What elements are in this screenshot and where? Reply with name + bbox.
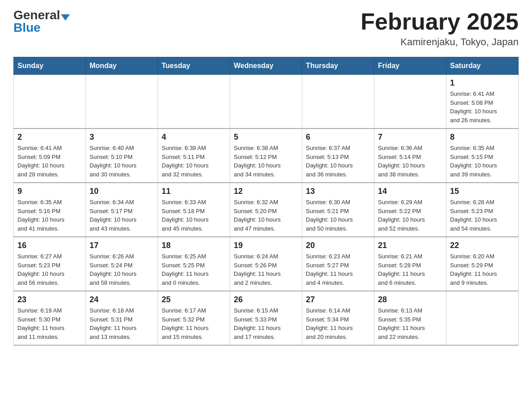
calendar-cell: 28Sunrise: 6:13 AM Sunset: 5:35 PM Dayli… [374, 291, 446, 345]
calendar-week-4: 16Sunrise: 6:27 AM Sunset: 5:23 PM Dayli… [14, 237, 519, 291]
day-info: Sunrise: 6:26 AM Sunset: 5:24 PM Dayligh… [90, 252, 154, 287]
calendar-cell [374, 75, 446, 129]
day-number: 13 [306, 187, 370, 196]
calendar-cell: 22Sunrise: 6:20 AM Sunset: 5:29 PM Dayli… [446, 237, 519, 291]
calendar-cell [230, 75, 302, 129]
calendar-cell: 14Sunrise: 6:29 AM Sunset: 5:22 PM Dayli… [374, 183, 446, 237]
day-number: 4 [162, 133, 226, 142]
day-info: Sunrise: 6:17 AM Sunset: 5:32 PM Dayligh… [162, 306, 226, 341]
calendar-cell: 12Sunrise: 6:32 AM Sunset: 5:20 PM Dayli… [230, 183, 302, 237]
day-info: Sunrise: 6:33 AM Sunset: 5:18 PM Dayligh… [162, 198, 226, 233]
day-info: Sunrise: 6:35 AM Sunset: 5:16 PM Dayligh… [17, 198, 82, 233]
logo-general-text: General [13, 8, 60, 22]
day-number: 25 [162, 295, 226, 304]
day-info: Sunrise: 6:27 AM Sunset: 5:23 PM Dayligh… [17, 252, 82, 287]
day-number: 11 [162, 187, 226, 196]
day-info: Sunrise: 6:32 AM Sunset: 5:20 PM Dayligh… [234, 198, 298, 233]
calendar-cell: 20Sunrise: 6:23 AM Sunset: 5:27 PM Dayli… [302, 237, 374, 291]
day-number: 10 [90, 187, 154, 196]
day-info: Sunrise: 6:29 AM Sunset: 5:22 PM Dayligh… [378, 198, 442, 233]
day-number: 28 [378, 295, 442, 304]
weekday-header-friday: Friday [374, 57, 446, 75]
day-info: Sunrise: 6:37 AM Sunset: 5:13 PM Dayligh… [306, 144, 370, 179]
day-info: Sunrise: 6:23 AM Sunset: 5:27 PM Dayligh… [306, 252, 370, 287]
calendar-cell: 6Sunrise: 6:37 AM Sunset: 5:13 PM Daylig… [302, 128, 374, 183]
day-number: 19 [234, 241, 298, 250]
day-info: Sunrise: 6:38 AM Sunset: 5:12 PM Dayligh… [234, 144, 298, 179]
day-info: Sunrise: 6:34 AM Sunset: 5:17 PM Dayligh… [90, 198, 154, 233]
logo-general-row: General [13, 9, 70, 21]
calendar-cell: 27Sunrise: 6:14 AM Sunset: 5:34 PM Dayli… [302, 291, 374, 345]
day-number: 2 [17, 133, 82, 142]
calendar-cell: 5Sunrise: 6:38 AM Sunset: 5:12 PM Daylig… [230, 128, 302, 183]
weekday-header-saturday: Saturday [446, 57, 519, 75]
day-info: Sunrise: 6:20 AM Sunset: 5:29 PM Dayligh… [450, 252, 515, 287]
calendar-cell: 18Sunrise: 6:25 AM Sunset: 5:25 PM Dayli… [158, 237, 230, 291]
calendar-cell: 21Sunrise: 6:21 AM Sunset: 5:28 PM Dayli… [374, 237, 446, 291]
day-number: 18 [162, 241, 226, 250]
calendar-cell: 9Sunrise: 6:35 AM Sunset: 5:16 PM Daylig… [14, 183, 86, 237]
day-number: 27 [306, 295, 370, 304]
month-title: February 2025 [360, 9, 519, 34]
day-number: 26 [234, 295, 298, 304]
calendar-cell: 26Sunrise: 6:15 AM Sunset: 5:33 PM Dayli… [230, 291, 302, 345]
day-info: Sunrise: 6:35 AM Sunset: 5:15 PM Dayligh… [450, 144, 515, 179]
calendar-cell: 8Sunrise: 6:35 AM Sunset: 5:15 PM Daylig… [446, 128, 519, 183]
weekday-header-tuesday: Tuesday [158, 57, 230, 75]
calendar-header: SundayMondayTuesdayWednesdayThursdayFrid… [14, 57, 519, 75]
logo-triangle-icon [61, 14, 70, 21]
calendar-cell: 4Sunrise: 6:39 AM Sunset: 5:11 PM Daylig… [158, 128, 230, 183]
logo-blue-text: Blue [13, 21, 41, 34]
day-number: 21 [378, 241, 442, 250]
day-info: Sunrise: 6:25 AM Sunset: 5:25 PM Dayligh… [162, 252, 226, 287]
day-number: 16 [17, 241, 82, 250]
calendar-cell [14, 75, 86, 129]
day-info: Sunrise: 6:36 AM Sunset: 5:14 PM Dayligh… [378, 144, 442, 179]
day-info: Sunrise: 6:41 AM Sunset: 5:08 PM Dayligh… [450, 90, 515, 124]
day-number: 7 [378, 133, 442, 142]
calendar-cell: 13Sunrise: 6:30 AM Sunset: 5:21 PM Dayli… [302, 183, 374, 237]
weekday-header-row: SundayMondayTuesdayWednesdayThursdayFrid… [14, 57, 519, 75]
weekday-header-monday: Monday [86, 57, 158, 75]
title-block: February 2025 Kamirenjaku, Tokyo, Japan [360, 9, 519, 48]
day-info: Sunrise: 6:13 AM Sunset: 5:35 PM Dayligh… [378, 306, 442, 341]
calendar-cell: 2Sunrise: 6:41 AM Sunset: 5:09 PM Daylig… [14, 128, 86, 183]
calendar-cell [446, 291, 519, 345]
day-number: 24 [90, 295, 154, 304]
day-info: Sunrise: 6:14 AM Sunset: 5:34 PM Dayligh… [306, 306, 370, 341]
day-info: Sunrise: 6:41 AM Sunset: 5:09 PM Dayligh… [17, 144, 82, 179]
day-info: Sunrise: 6:21 AM Sunset: 5:28 PM Dayligh… [378, 252, 442, 287]
calendar-cell: 3Sunrise: 6:40 AM Sunset: 5:10 PM Daylig… [86, 128, 158, 183]
calendar-cell: 25Sunrise: 6:17 AM Sunset: 5:32 PM Dayli… [158, 291, 230, 345]
weekday-header-wednesday: Wednesday [230, 57, 302, 75]
calendar-body: 1Sunrise: 6:41 AM Sunset: 5:08 PM Daylig… [14, 75, 519, 346]
calendar-week-3: 9Sunrise: 6:35 AM Sunset: 5:16 PM Daylig… [14, 183, 519, 237]
calendar-week-5: 23Sunrise: 6:19 AM Sunset: 5:30 PM Dayli… [14, 291, 519, 345]
day-number: 6 [306, 133, 370, 142]
calendar-cell [86, 75, 158, 129]
day-number: 22 [450, 241, 515, 250]
page-header: General Blue February 2025 Kamirenjaku, … [13, 9, 519, 48]
day-number: 15 [450, 187, 515, 196]
day-number: 23 [17, 295, 82, 304]
day-info: Sunrise: 6:39 AM Sunset: 5:11 PM Dayligh… [162, 144, 226, 179]
calendar-cell: 10Sunrise: 6:34 AM Sunset: 5:17 PM Dayli… [86, 183, 158, 237]
weekday-header-sunday: Sunday [14, 57, 86, 75]
day-info: Sunrise: 6:30 AM Sunset: 5:21 PM Dayligh… [306, 198, 370, 233]
day-number: 3 [90, 133, 154, 142]
day-number: 17 [90, 241, 154, 250]
calendar-cell [158, 75, 230, 129]
day-number: 5 [234, 133, 298, 142]
day-info: Sunrise: 6:24 AM Sunset: 5:26 PM Dayligh… [234, 252, 298, 287]
calendar-cell: 1Sunrise: 6:41 AM Sunset: 5:08 PM Daylig… [446, 75, 519, 129]
calendar-table: SundayMondayTuesdayWednesdayThursdayFrid… [13, 57, 519, 346]
day-info: Sunrise: 6:28 AM Sunset: 5:23 PM Dayligh… [450, 198, 515, 233]
calendar-cell: 17Sunrise: 6:26 AM Sunset: 5:24 PM Dayli… [86, 237, 158, 291]
day-number: 12 [234, 187, 298, 196]
day-number: 20 [306, 241, 370, 250]
day-info: Sunrise: 6:19 AM Sunset: 5:30 PM Dayligh… [17, 306, 82, 341]
day-number: 8 [450, 133, 515, 142]
calendar-week-1: 1Sunrise: 6:41 AM Sunset: 5:08 PM Daylig… [14, 75, 519, 129]
calendar-cell: 24Sunrise: 6:18 AM Sunset: 5:31 PM Dayli… [86, 291, 158, 345]
calendar-cell: 11Sunrise: 6:33 AM Sunset: 5:18 PM Dayli… [158, 183, 230, 237]
